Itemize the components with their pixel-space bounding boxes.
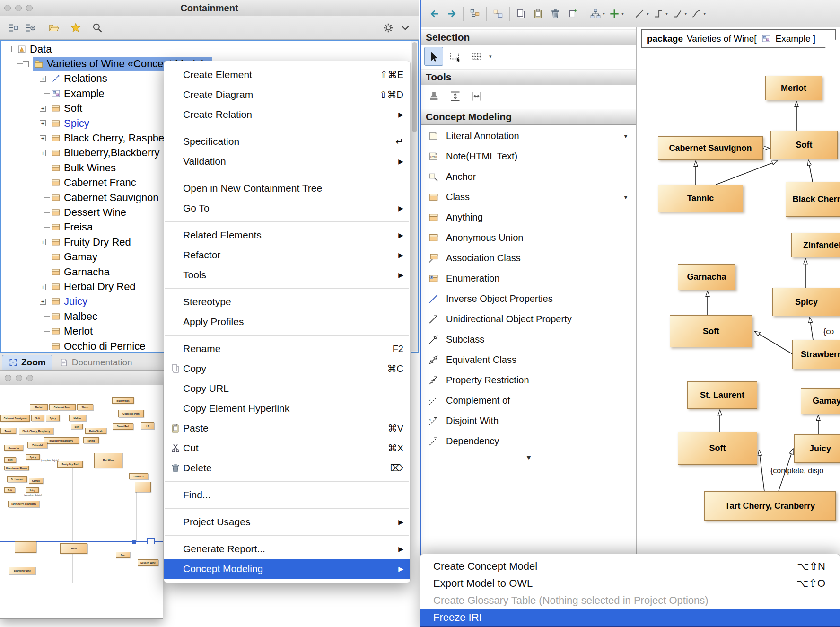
menu-item-specification[interactable]: Specification↵ xyxy=(164,132,410,151)
palette-item-equivalent-class[interactable]: Equivalent Class xyxy=(422,350,635,370)
vertical-span-tool-button[interactable] xyxy=(446,87,464,106)
tree-item[interactable]: Juicy xyxy=(50,295,90,308)
palette-item-disjoint-with[interactable]: dDisjoint With xyxy=(422,411,635,431)
class-node-merlot[interactable]: Merlot xyxy=(765,76,822,100)
submenu-item-export-model-to-owl[interactable]: Export Model to OWL⌥⇧O xyxy=(420,575,840,592)
search-button[interactable] xyxy=(89,19,106,36)
palette-item-enumeration[interactable]: EEnumeration xyxy=(422,268,635,289)
zoom-minimap[interactable]: MerlotCabernet FrancShirazBulk WinesCabe… xyxy=(0,385,163,618)
tree-item[interactable]: Gamay xyxy=(50,250,100,264)
containment-tree-toggle-button[interactable] xyxy=(466,5,483,22)
tree-item[interactable]: Spicy xyxy=(50,117,92,130)
tree-item[interactable]: Relations xyxy=(50,72,110,85)
palette-item-unidirectional-object-property[interactable]: Unidirectional Object Property xyxy=(422,309,635,329)
selection-dropdown-button[interactable]: ▾ xyxy=(489,53,492,60)
diagram-properties-button[interactable] xyxy=(490,5,507,22)
tree-item[interactable]: Occhio di Pernice xyxy=(50,340,148,353)
line-style-oblique-button[interactable] xyxy=(669,5,686,22)
open-project-button[interactable] xyxy=(45,19,62,36)
submenu-item-freeze-iri[interactable]: Freeze IRI xyxy=(420,609,840,626)
tree-item[interactable]: Garnacha xyxy=(50,265,113,279)
tree-item[interactable]: Black Cherry, Raspberry xyxy=(50,132,179,145)
class-node-zinfandel[interactable]: Zinfandel xyxy=(791,233,840,257)
line-style-curved-dropdown[interactable]: ▾ xyxy=(703,11,706,16)
palette-item-complement-of[interactable]: cComplement of xyxy=(422,390,635,411)
tree-row-data[interactable]: −Data xyxy=(1,42,410,56)
menu-item-copy[interactable]: Copy⌘C xyxy=(164,359,410,379)
menu-item-stereotype[interactable]: Stereotype xyxy=(164,292,410,312)
tree-item[interactable]: Freisa xyxy=(50,221,96,234)
copy-button[interactable] xyxy=(513,5,530,22)
submenu-item-create-glossary-table-nothing-selected-in-project-options[interactable]: Create Glossary Table (Nothing selected … xyxy=(420,592,840,609)
menu-item-find[interactable]: Find... xyxy=(164,485,410,505)
menu-item-validation[interactable]: Validation▶ xyxy=(164,151,410,171)
palette-item-anything[interactable]: Anything xyxy=(422,207,635,228)
tree-item[interactable]: Merlot xyxy=(50,325,96,338)
menu-item-go-to[interactable]: Go To▶ xyxy=(164,198,410,218)
class-node-juicy[interactable]: Juicy xyxy=(794,434,840,463)
class-node-tart-cherry-cranberry[interactable]: Tart Cherry, Cranberry xyxy=(704,491,836,521)
tree-item[interactable]: Dessert Wine xyxy=(50,206,129,219)
tree-item[interactable]: Fruity Dry Red xyxy=(50,236,134,249)
palette-scroll-down[interactable]: ▼ xyxy=(421,453,636,461)
menu-item-create-element[interactable]: Create Element⇧⌘E xyxy=(164,65,410,85)
tree-item[interactable]: Herbal Dry Red xyxy=(50,280,139,293)
tree-item[interactable]: Soft xyxy=(50,102,85,115)
palette-item-dropdown-icon[interactable]: ▼ xyxy=(623,194,629,201)
delete-button[interactable] xyxy=(547,5,564,22)
duplicate-button[interactable] xyxy=(564,5,581,22)
horizontal-span-tool-button[interactable] xyxy=(467,87,486,106)
palette-item-anchor[interactable]: Anchor xyxy=(422,167,635,187)
menu-item-copy-element-hyperlink[interactable]: Copy Element Hyperlink xyxy=(164,398,410,418)
settings-dropdown-button[interactable] xyxy=(397,19,414,36)
class-node-soft[interactable]: Soft xyxy=(678,432,757,465)
tree-scrollbar[interactable] xyxy=(411,41,418,351)
class-node-black-cherry[interactable]: Black Cherry xyxy=(786,182,840,217)
class-node-spicy[interactable]: Spicy xyxy=(772,288,840,316)
class-node-garnacha[interactable]: Garnacha xyxy=(678,264,735,290)
tree-scrollbar-thumb[interactable] xyxy=(412,42,417,132)
containment-filter-button[interactable] xyxy=(22,19,39,36)
paste-button[interactable] xyxy=(530,5,547,22)
menu-item-paste[interactable]: Paste⌘V xyxy=(164,418,410,438)
menu-item-refactor[interactable]: Refactor▶ xyxy=(164,245,410,265)
diagram-canvas[interactable]: MerlotCabernet SauvignonSoftTannicBlack … xyxy=(636,0,840,627)
navigate-forward-button[interactable] xyxy=(443,5,460,22)
tree-item[interactable]: Malbec xyxy=(50,310,100,323)
favorites-button[interactable] xyxy=(67,19,84,36)
palette-item-property-restriction[interactable]: Property Restriction xyxy=(422,370,635,390)
containment-options-button[interactable] xyxy=(5,19,22,36)
tree-item[interactable]: Blueberry,Blackberry xyxy=(50,146,163,159)
submenu-item-create-concept-model[interactable]: Create Concept Model⌥⇧N xyxy=(420,558,840,575)
line-style-curved-button[interactable] xyxy=(688,5,705,22)
class-node-gamay[interactable]: Gamay xyxy=(801,388,840,414)
line-style-diagonal-button[interactable] xyxy=(631,5,648,22)
line-style-diagonal-dropdown[interactable]: ▾ xyxy=(647,11,649,16)
class-node-soft[interactable]: Soft xyxy=(770,131,838,159)
settings-gear-button[interactable] xyxy=(380,19,397,36)
palette-item-dropdown-icon[interactable]: ▼ xyxy=(623,133,629,140)
line-style-rectilinear-button[interactable] xyxy=(650,5,667,22)
tree-item[interactable]: Cabernet Franc xyxy=(50,176,139,189)
menu-item-apply-profiles[interactable]: Apply Profiles xyxy=(164,312,410,332)
navigate-back-button[interactable] xyxy=(426,5,443,22)
tree-item[interactable]: Data xyxy=(16,43,54,56)
class-node-st-laurent[interactable]: St. Laurent xyxy=(687,381,757,409)
grid-select-button[interactable] xyxy=(467,47,486,66)
close-button[interactable] xyxy=(5,375,11,381)
diagram-frame-header[interactable]: package Varieties of Wine[ Example ] xyxy=(641,29,836,48)
menu-item-tools[interactable]: Tools▶ xyxy=(164,265,410,285)
menu-item-copy-url[interactable]: Copy URL xyxy=(164,379,410,398)
class-node-cabernet-sauvignon[interactable]: Cabernet Sauvignon xyxy=(658,136,763,160)
menu-item-open-in-new-containment-tree[interactable]: Open in New Containment Tree xyxy=(164,178,410,198)
menu-item-generate-report[interactable]: Generate Report...▶ xyxy=(164,539,410,559)
palette-item-literal-annotation[interactable]: Literal Annotation▼ xyxy=(422,126,635,146)
tree-item[interactable]: Cabernet Sauvignon xyxy=(50,191,162,204)
add-element-dropdown[interactable]: ▾ xyxy=(621,11,624,16)
menu-item-create-relation[interactable]: Create Relation▶ xyxy=(164,105,410,124)
palette-item-note-html-text[interactable]: HTMLNote(HTML Text) xyxy=(422,146,635,167)
maximize-button[interactable] xyxy=(26,375,33,381)
add-element-button[interactable] xyxy=(606,5,623,22)
menu-item-delete[interactable]: Delete⌦ xyxy=(164,458,410,478)
class-node-strawberry[interactable]: Strawberry xyxy=(792,340,840,369)
